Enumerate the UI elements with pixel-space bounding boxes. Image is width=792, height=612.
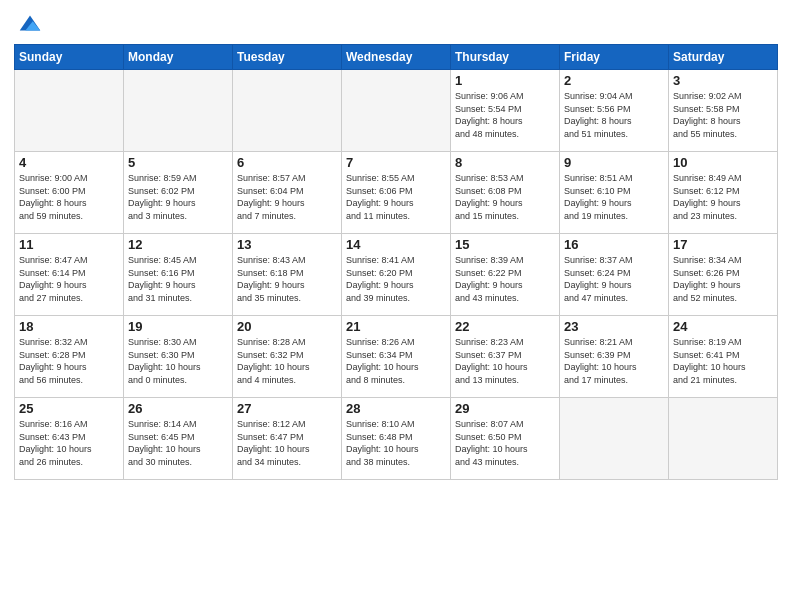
day-number: 28 xyxy=(346,401,446,416)
day-info: Sunrise: 8:21 AM Sunset: 6:39 PM Dayligh… xyxy=(564,336,664,386)
day-info: Sunrise: 8:28 AM Sunset: 6:32 PM Dayligh… xyxy=(237,336,337,386)
day-cell: 22Sunrise: 8:23 AM Sunset: 6:37 PM Dayli… xyxy=(451,316,560,398)
day-number: 4 xyxy=(19,155,119,170)
day-number: 2 xyxy=(564,73,664,88)
day-cell: 6Sunrise: 8:57 AM Sunset: 6:04 PM Daylig… xyxy=(233,152,342,234)
day-info: Sunrise: 8:59 AM Sunset: 6:02 PM Dayligh… xyxy=(128,172,228,222)
day-cell: 21Sunrise: 8:26 AM Sunset: 6:34 PM Dayli… xyxy=(342,316,451,398)
day-cell: 19Sunrise: 8:30 AM Sunset: 6:30 PM Dayli… xyxy=(124,316,233,398)
day-info: Sunrise: 8:55 AM Sunset: 6:06 PM Dayligh… xyxy=(346,172,446,222)
day-cell xyxy=(233,70,342,152)
day-number: 19 xyxy=(128,319,228,334)
day-info: Sunrise: 8:16 AM Sunset: 6:43 PM Dayligh… xyxy=(19,418,119,468)
day-number: 17 xyxy=(673,237,773,252)
day-info: Sunrise: 8:14 AM Sunset: 6:45 PM Dayligh… xyxy=(128,418,228,468)
calendar-table: SundayMondayTuesdayWednesdayThursdayFrid… xyxy=(14,44,778,480)
day-info: Sunrise: 8:41 AM Sunset: 6:20 PM Dayligh… xyxy=(346,254,446,304)
day-cell: 1Sunrise: 9:06 AM Sunset: 5:54 PM Daylig… xyxy=(451,70,560,152)
day-info: Sunrise: 8:51 AM Sunset: 6:10 PM Dayligh… xyxy=(564,172,664,222)
day-cell: 11Sunrise: 8:47 AM Sunset: 6:14 PM Dayli… xyxy=(15,234,124,316)
day-info: Sunrise: 8:47 AM Sunset: 6:14 PM Dayligh… xyxy=(19,254,119,304)
day-number: 6 xyxy=(237,155,337,170)
day-number: 18 xyxy=(19,319,119,334)
day-number: 16 xyxy=(564,237,664,252)
day-cell xyxy=(669,398,778,480)
day-info: Sunrise: 8:34 AM Sunset: 6:26 PM Dayligh… xyxy=(673,254,773,304)
day-cell: 18Sunrise: 8:32 AM Sunset: 6:28 PM Dayli… xyxy=(15,316,124,398)
header xyxy=(14,10,778,38)
day-cell xyxy=(15,70,124,152)
day-number: 15 xyxy=(455,237,555,252)
header-row: SundayMondayTuesdayWednesdayThursdayFrid… xyxy=(15,45,778,70)
col-header-saturday: Saturday xyxy=(669,45,778,70)
day-cell: 26Sunrise: 8:14 AM Sunset: 6:45 PM Dayli… xyxy=(124,398,233,480)
day-number: 5 xyxy=(128,155,228,170)
day-cell xyxy=(342,70,451,152)
day-info: Sunrise: 8:26 AM Sunset: 6:34 PM Dayligh… xyxy=(346,336,446,386)
day-cell: 2Sunrise: 9:04 AM Sunset: 5:56 PM Daylig… xyxy=(560,70,669,152)
day-cell xyxy=(124,70,233,152)
day-cell: 20Sunrise: 8:28 AM Sunset: 6:32 PM Dayli… xyxy=(233,316,342,398)
day-info: Sunrise: 9:00 AM Sunset: 6:00 PM Dayligh… xyxy=(19,172,119,222)
day-cell: 29Sunrise: 8:07 AM Sunset: 6:50 PM Dayli… xyxy=(451,398,560,480)
week-row-2: 4Sunrise: 9:00 AM Sunset: 6:00 PM Daylig… xyxy=(15,152,778,234)
day-cell: 13Sunrise: 8:43 AM Sunset: 6:18 PM Dayli… xyxy=(233,234,342,316)
day-cell: 14Sunrise: 8:41 AM Sunset: 6:20 PM Dayli… xyxy=(342,234,451,316)
day-number: 12 xyxy=(128,237,228,252)
day-info: Sunrise: 9:06 AM Sunset: 5:54 PM Dayligh… xyxy=(455,90,555,140)
day-cell: 8Sunrise: 8:53 AM Sunset: 6:08 PM Daylig… xyxy=(451,152,560,234)
day-number: 25 xyxy=(19,401,119,416)
logo xyxy=(14,10,44,38)
day-number: 3 xyxy=(673,73,773,88)
day-number: 24 xyxy=(673,319,773,334)
day-number: 10 xyxy=(673,155,773,170)
day-info: Sunrise: 8:12 AM Sunset: 6:47 PM Dayligh… xyxy=(237,418,337,468)
day-cell: 3Sunrise: 9:02 AM Sunset: 5:58 PM Daylig… xyxy=(669,70,778,152)
day-info: Sunrise: 8:49 AM Sunset: 6:12 PM Dayligh… xyxy=(673,172,773,222)
day-info: Sunrise: 8:39 AM Sunset: 6:22 PM Dayligh… xyxy=(455,254,555,304)
day-number: 8 xyxy=(455,155,555,170)
day-info: Sunrise: 8:19 AM Sunset: 6:41 PM Dayligh… xyxy=(673,336,773,386)
day-info: Sunrise: 9:02 AM Sunset: 5:58 PM Dayligh… xyxy=(673,90,773,140)
day-number: 29 xyxy=(455,401,555,416)
logo-icon xyxy=(16,10,44,38)
week-row-5: 25Sunrise: 8:16 AM Sunset: 6:43 PM Dayli… xyxy=(15,398,778,480)
day-cell: 7Sunrise: 8:55 AM Sunset: 6:06 PM Daylig… xyxy=(342,152,451,234)
col-header-tuesday: Tuesday xyxy=(233,45,342,70)
day-cell: 17Sunrise: 8:34 AM Sunset: 6:26 PM Dayli… xyxy=(669,234,778,316)
col-header-sunday: Sunday xyxy=(15,45,124,70)
week-row-1: 1Sunrise: 9:06 AM Sunset: 5:54 PM Daylig… xyxy=(15,70,778,152)
day-info: Sunrise: 8:57 AM Sunset: 6:04 PM Dayligh… xyxy=(237,172,337,222)
col-header-monday: Monday xyxy=(124,45,233,70)
day-info: Sunrise: 8:07 AM Sunset: 6:50 PM Dayligh… xyxy=(455,418,555,468)
day-info: Sunrise: 8:32 AM Sunset: 6:28 PM Dayligh… xyxy=(19,336,119,386)
day-number: 21 xyxy=(346,319,446,334)
day-number: 22 xyxy=(455,319,555,334)
day-number: 7 xyxy=(346,155,446,170)
day-cell: 15Sunrise: 8:39 AM Sunset: 6:22 PM Dayli… xyxy=(451,234,560,316)
day-cell: 5Sunrise: 8:59 AM Sunset: 6:02 PM Daylig… xyxy=(124,152,233,234)
day-cell: 25Sunrise: 8:16 AM Sunset: 6:43 PM Dayli… xyxy=(15,398,124,480)
day-number: 23 xyxy=(564,319,664,334)
week-row-3: 11Sunrise: 8:47 AM Sunset: 6:14 PM Dayli… xyxy=(15,234,778,316)
day-number: 27 xyxy=(237,401,337,416)
day-cell: 10Sunrise: 8:49 AM Sunset: 6:12 PM Dayli… xyxy=(669,152,778,234)
day-cell: 24Sunrise: 8:19 AM Sunset: 6:41 PM Dayli… xyxy=(669,316,778,398)
day-cell: 16Sunrise: 8:37 AM Sunset: 6:24 PM Dayli… xyxy=(560,234,669,316)
day-number: 11 xyxy=(19,237,119,252)
day-info: Sunrise: 8:30 AM Sunset: 6:30 PM Dayligh… xyxy=(128,336,228,386)
day-cell: 27Sunrise: 8:12 AM Sunset: 6:47 PM Dayli… xyxy=(233,398,342,480)
day-cell: 4Sunrise: 9:00 AM Sunset: 6:00 PM Daylig… xyxy=(15,152,124,234)
day-info: Sunrise: 8:23 AM Sunset: 6:37 PM Dayligh… xyxy=(455,336,555,386)
col-header-friday: Friday xyxy=(560,45,669,70)
day-info: Sunrise: 8:10 AM Sunset: 6:48 PM Dayligh… xyxy=(346,418,446,468)
day-cell: 28Sunrise: 8:10 AM Sunset: 6:48 PM Dayli… xyxy=(342,398,451,480)
week-row-4: 18Sunrise: 8:32 AM Sunset: 6:28 PM Dayli… xyxy=(15,316,778,398)
col-header-thursday: Thursday xyxy=(451,45,560,70)
day-cell: 12Sunrise: 8:45 AM Sunset: 6:16 PM Dayli… xyxy=(124,234,233,316)
col-header-wednesday: Wednesday xyxy=(342,45,451,70)
page: SundayMondayTuesdayWednesdayThursdayFrid… xyxy=(0,0,792,612)
day-cell: 9Sunrise: 8:51 AM Sunset: 6:10 PM Daylig… xyxy=(560,152,669,234)
day-cell xyxy=(560,398,669,480)
day-info: Sunrise: 8:53 AM Sunset: 6:08 PM Dayligh… xyxy=(455,172,555,222)
